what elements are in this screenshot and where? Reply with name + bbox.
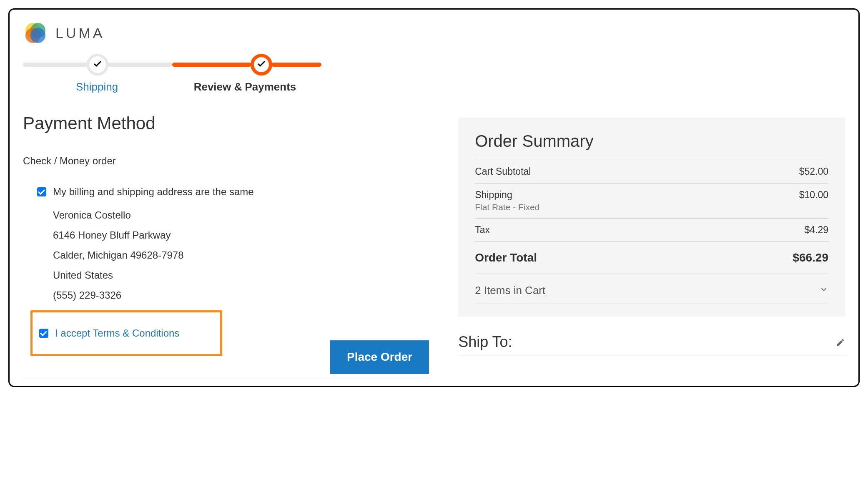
payment-section: Payment Method Check / Money order My bi… (23, 113, 429, 378)
ship-to-section: Ship To: (458, 333, 845, 355)
progress-label-shipping[interactable]: Shipping (23, 80, 171, 93)
address-phone: (555) 229-3326 (53, 285, 429, 305)
subtotal-value: $52.00 (799, 166, 828, 177)
terms-row[interactable]: I accept Terms & Conditions (39, 327, 213, 339)
ship-to-label: Ship To: (458, 333, 512, 351)
order-summary-section: Order Summary Cart Subtotal $52.00 Shipp… (458, 113, 845, 355)
total-label: Order Total (475, 251, 537, 264)
progress-step-shipping[interactable] (87, 54, 108, 75)
summary-row-shipping: Shipping Flat Rate - Fixed $10.00 (475, 184, 828, 219)
shipping-value: $10.00 (799, 189, 828, 212)
total-value: $66.29 (793, 251, 828, 264)
order-summary-title: Order Summary (475, 132, 828, 160)
checkout-progress (23, 54, 331, 75)
brand-logo: LUMA (23, 20, 845, 45)
payment-method-name: Check / Money order (23, 155, 429, 167)
terms-link[interactable]: I accept Terms & Conditions (55, 327, 179, 339)
tax-value: $4.29 (804, 224, 828, 236)
cart-items-toggle[interactable]: 2 Items in Cart (475, 274, 828, 304)
progress-step-review[interactable] (251, 54, 272, 75)
check-icon (93, 59, 103, 70)
address-name: Veronica Costello (53, 205, 429, 225)
address-city: Calder, Michigan 49628-7978 (53, 245, 429, 265)
same-address-label: My billing and shipping address are the … (53, 186, 254, 198)
progress-segment (23, 63, 88, 67)
terms-checkbox[interactable] (39, 329, 48, 338)
divider (23, 378, 429, 378)
address-street: 6146 Honey Bluff Parkway (53, 225, 429, 245)
luma-logo-icon (23, 20, 48, 45)
subtotal-label: Cart Subtotal (475, 166, 531, 177)
tax-label: Tax (475, 224, 490, 236)
summary-row-total: Order Total $66.29 (475, 242, 828, 274)
checkout-page: LUMA Shipping Review & Payments Payment … (8, 8, 860, 387)
address-country: United States (53, 265, 429, 285)
progress-segment-active (172, 63, 251, 67)
same-address-checkbox[interactable] (37, 187, 46, 196)
summary-row-subtotal: Cart Subtotal $52.00 (475, 160, 828, 184)
edit-icon[interactable] (836, 333, 845, 351)
chevron-down-icon (819, 284, 828, 297)
place-order-button[interactable]: Place Order (330, 340, 429, 374)
progress-labels: Shipping Review & Payments (23, 80, 331, 93)
progress-segment-active (271, 63, 321, 67)
progress-segment (108, 63, 172, 67)
summary-row-tax: Tax $4.29 (475, 219, 828, 242)
brand-name: LUMA (55, 25, 105, 41)
progress-label-review: Review & Payments (171, 80, 319, 93)
cart-items-label: 2 Items in Cart (475, 284, 545, 297)
billing-address: Veronica Costello 6146 Honey Bluff Parkw… (53, 205, 429, 305)
check-icon (256, 59, 266, 70)
shipping-sublabel: Flat Rate - Fixed (475, 202, 539, 212)
svg-point-3 (30, 28, 45, 43)
shipping-label: Shipping (475, 189, 539, 201)
same-address-row[interactable]: My billing and shipping address are the … (37, 186, 429, 198)
payment-method-title: Payment Method (23, 113, 429, 133)
order-summary-box: Order Summary Cart Subtotal $52.00 Shipp… (458, 118, 845, 317)
